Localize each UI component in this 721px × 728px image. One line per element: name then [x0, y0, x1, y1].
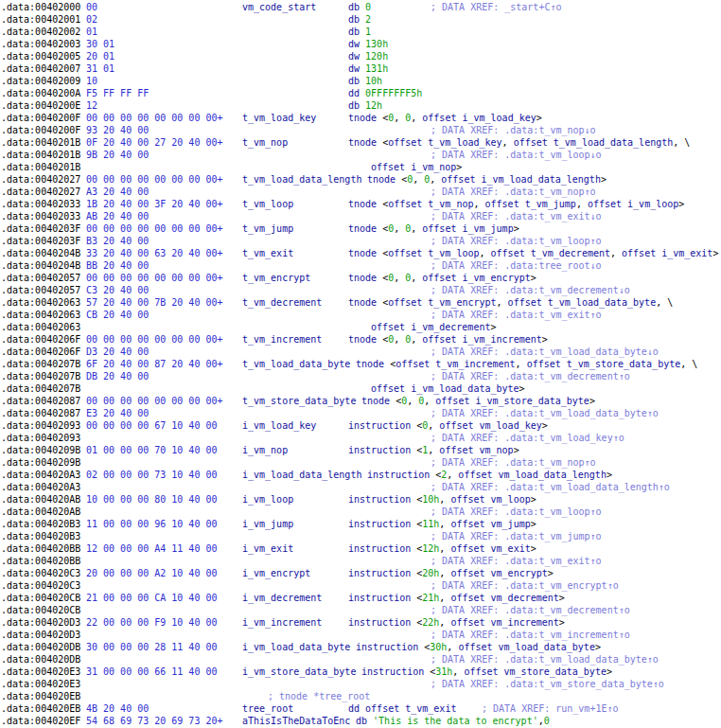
definition-text[interactable]: instruction <21h, offset vm_decrement> [348, 592, 565, 604]
listing-line: .data:004020E331 00 00 00 66 11 40 00i_v… [0, 666, 721, 678]
symbol-name[interactable]: t_vm_decrement [242, 296, 322, 309]
symbol-name[interactable]: t_vm_store_data_byte [242, 395, 356, 407]
symbol-name[interactable]: i_vm_load_data_length [242, 469, 361, 481]
xref-comment[interactable]: ; DATA XREF: _start+C↑o [431, 1, 561, 13]
symbol-name[interactable]: aThisIsTheDataToEnc [242, 715, 350, 727]
xref-comment[interactable]: ; DATA XREF: .data:t_vm_load_data_byte↑o [431, 407, 659, 419]
definition-text[interactable]: tnode <offset t_vm_increment, offset t_v… [356, 358, 697, 370]
definition-text[interactable]: tnode <0, 0, offset i_vm_store_data_byte… [361, 395, 595, 407]
definition-text[interactable]: db 0 [348, 1, 371, 13]
symbol-name[interactable]: tree_root [242, 702, 293, 715]
symbol-name[interactable]: t_vm_encrypt [242, 272, 310, 284]
definition-text[interactable]: tnode <offset t_vm_nop, offset t_vm_jump… [348, 198, 684, 210]
definition-text[interactable]: instruction <10h, offset vm_loop> [348, 493, 536, 506]
definition-text[interactable]: offset i_vm_load_data_byte> [371, 382, 525, 395]
symbol-name[interactable]: t_vm_load_data_byte [242, 358, 350, 370]
listing-line: .data:004020EB4B 20 40 00tree_rootdd off… [0, 702, 721, 715]
xref-comment[interactable]: ; DATA XREF: .data:t_vm_exit↑o [431, 555, 602, 567]
xref-comment[interactable]: ; DATA XREF: .data:t_vm_load_key↑o [431, 432, 624, 444]
address-label: .data:004020DB [1, 653, 80, 666]
definition-text[interactable]: tnode <0, 0, offset i_vm_increment> [348, 333, 548, 346]
symbol-name[interactable]: t_vm_exit [242, 247, 293, 259]
definition-text[interactable]: instruction <12h, offset vm_exit> [348, 542, 536, 555]
xref-comment[interactable]: ; DATA XREF: .data:t_vm_jump↑o [431, 530, 602, 542]
listing-line: .data:004020E3; DATA XREF: .data:t_vm_st… [0, 678, 721, 690]
symbol-name[interactable]: t_vm_nop [242, 136, 288, 149]
listing-line: .data:00402087E3 20 40 00; DATA XREF: .d… [0, 407, 721, 419]
definition-text[interactable]: dw 130h [348, 38, 388, 50]
definition-text[interactable]: instruction <11h, offset vm_jump> [348, 518, 536, 530]
symbol-name[interactable]: i_vm_load_key [242, 419, 316, 432]
symbol-name[interactable]: i_vm_decrement [242, 592, 322, 604]
definition-text[interactable]: db 2 [348, 13, 371, 26]
xref-comment[interactable]: ; DATA XREF: .data:t_vm_nop↑o [431, 186, 596, 198]
symbol-name[interactable]: i_vm_loop [242, 493, 293, 506]
definition-text[interactable]: tnode <offset t_vm_loop, offset t_vm_dec… [348, 247, 718, 259]
xref-comment[interactable]: ; DATA XREF: .data:t_vm_nop↓o [431, 124, 596, 136]
definition-text[interactable]: instruction <31h, offset vm_store_data_b… [361, 666, 612, 678]
symbol-name[interactable]: i_vm_encrypt [242, 567, 310, 579]
symbol-name[interactable]: i_vm_exit [242, 542, 293, 555]
symbol-name[interactable]: i_vm_store_data_byte [242, 666, 356, 678]
definition-text[interactable]: instruction <0, offset vm_load_key> [348, 419, 548, 432]
symbol-name[interactable]: t_vm_loop [242, 198, 293, 210]
symbol-name[interactable]: t_vm_increment [242, 333, 322, 346]
definition-text[interactable]: tnode <0, 0, offset i_vm_load_data_lengt… [367, 173, 607, 186]
symbol-name[interactable]: vm_code_start [242, 1, 316, 13]
symbol-name[interactable]: t_vm_load_key [242, 112, 316, 124]
definition-text[interactable]: db 12h [348, 99, 382, 112]
address-label: .data:004020E3 [1, 666, 80, 678]
xref-comment[interactable]: ; DATA XREF: .data:t_vm_exit↓o [431, 210, 602, 222]
xref-comment[interactable]: ; DATA XREF: .data:t_vm_decrement↓o [431, 284, 630, 296]
definition-text[interactable]: instruction <1, offset vm_nop> [348, 444, 519, 456]
xref-comment[interactable]: ; DATA XREF: .data:t_vm_loop↓o [431, 149, 602, 161]
symbol-name[interactable]: t_vm_load_data_length [242, 173, 361, 186]
xref-comment[interactable]: ; DATA XREF: .data:t_vm_loop↑o [431, 506, 602, 518]
definition-text[interactable]: instruction <22h, offset vm_increment> [348, 616, 565, 629]
definition-text[interactable]: tnode <0, 0, offset i_vm_encrypt> [348, 272, 536, 284]
definition-text[interactable]: tnode <offset t_vm_encrypt, offset t_vm_… [348, 296, 673, 309]
definition-text[interactable]: db 10h [348, 75, 382, 87]
symbol-name[interactable]: t_vm_jump [242, 222, 293, 235]
listing-line: .data:00402063offset i_vm_decrement> [0, 321, 721, 333]
definition-text[interactable]: dw 131h [348, 62, 388, 75]
xref-comment[interactable]: ; DATA XREF: .data:tree_root↓o [431, 259, 602, 272]
definition-text[interactable]: instruction <2, offset vm_load_data_leng… [367, 469, 612, 481]
symbol-name[interactable]: i_vm_nop [242, 444, 288, 456]
address-label: .data:00402005 [1, 50, 80, 62]
xref-comment[interactable]: ; DATA XREF: .data:t_vm_decrement↑o [431, 604, 630, 616]
definition-text[interactable]: offset i_vm_nop> [371, 161, 462, 173]
symbol-name[interactable]: i_vm_load_data_byte [242, 641, 350, 653]
definition-text[interactable]: tnode <0, 0, offset i_vm_load_key> [348, 112, 542, 124]
xref-comment[interactable]: ; DATA XREF: .data:t_vm_decrement↑o [431, 370, 630, 382]
listing-line: .data:0040200E12db 12h [0, 99, 721, 112]
address-label: .data:004020BB [1, 542, 80, 555]
definition-text[interactable]: dd 0FFFFFFF5h [348, 87, 422, 99]
listing-line: .data:004020D3; DATA XREF: .data:t_vm_in… [0, 629, 721, 641]
xref-comment[interactable]: ; DATA XREF: .data:t_vm_load_data_byte↓o [431, 346, 659, 358]
xref-comment[interactable]: ; DATA XREF: .data:t_vm_load_data_length… [431, 481, 670, 493]
xref-comment[interactable]: ; DATA XREF: .data:t_vm_load_data_byte↑o [431, 653, 659, 666]
comment-text[interactable]: ; tnode *tree_root [268, 690, 370, 702]
definition-text[interactable]: dd offset t_vm_exit [348, 702, 456, 715]
xref-comment[interactable]: ; DATA XREF: .data:t_vm_nop↑o [431, 456, 596, 469]
definition-text[interactable]: tnode <offset t_vm_load_key, offset t_vm… [348, 136, 690, 149]
definition-text[interactable]: offset i_vm_decrement> [371, 321, 496, 333]
address-label: .data:00402087 [1, 407, 80, 419]
definition-text[interactable]: db 1 [348, 26, 371, 38]
xref-comment[interactable]: ; DATA XREF: .data:t_vm_store_data_byte↑… [431, 678, 664, 690]
listing-line: .data:00402033AB 20 40 00; DATA XREF: .d… [0, 210, 721, 222]
xref-comment[interactable]: ; DATA XREF: .data:t_vm_loop↑o [431, 235, 602, 247]
definition-text[interactable]: db 'This is the data to encrypt',0 [356, 715, 550, 727]
xref-comment[interactable]: ; DATA XREF: .data:t_vm_increment↑o [431, 629, 630, 641]
xref-comment[interactable]: ; DATA XREF: .data:t_vm_encrypt↑o [431, 579, 619, 592]
definition-text[interactable]: instruction <30h, offset vm_load_data_by… [356, 641, 601, 653]
symbol-name[interactable]: i_vm_increment [242, 616, 322, 629]
xref-comment[interactable]: ; DATA XREF: .data:t_vm_exit↑o [431, 309, 602, 321]
definition-text[interactable]: tnode <0, 0, offset i_vm_jump> [348, 222, 519, 235]
symbol-name[interactable]: i_vm_jump [242, 518, 293, 530]
definition-text[interactable]: dw 120h [348, 50, 388, 62]
definition-text[interactable]: instruction <20h, offset vm_encrypt> [348, 567, 554, 579]
xref-comment[interactable]: ; DATA XREF: run_vm+1E↑o [482, 702, 619, 715]
address-label: .data:004020CB [1, 592, 80, 604]
